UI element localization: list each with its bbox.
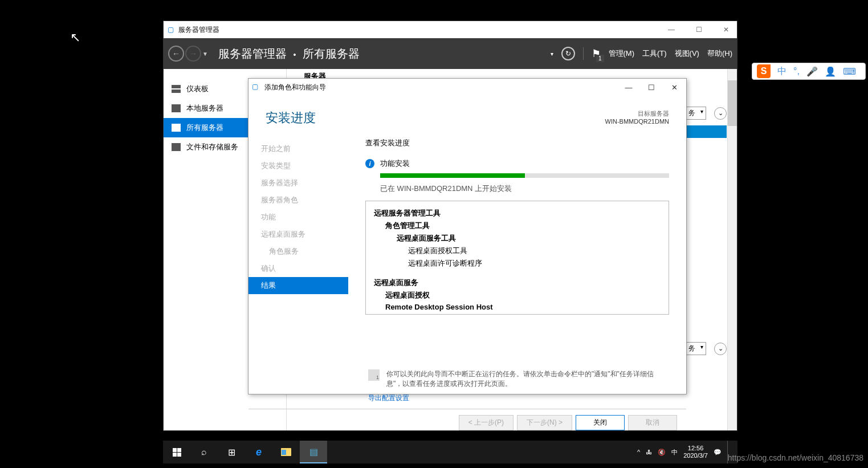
- next-button: 下一步(N) >: [517, 415, 572, 430]
- feature-item: 远程桌面许可诊断程序: [374, 257, 661, 270]
- tray-chevron-icon[interactable]: ^: [637, 449, 640, 455]
- notifications-button[interactable]: 💬: [714, 449, 722, 456]
- breadcrumb-part1[interactable]: 服务器管理器: [218, 47, 287, 60]
- step-server-roles: 服务器角色: [248, 192, 348, 209]
- feature-item: 角色管理工具: [374, 219, 661, 232]
- refresh-button[interactable]: ↻: [561, 47, 575, 60]
- sidebar-label: 仪表板: [186, 84, 209, 94]
- nav-dropdown-icon[interactable]: ▼: [202, 51, 208, 57]
- wizard-steps: 开始之前 安装类型 服务器选择 服务器角色 功能 远程桌面服务 角色服务 确认 …: [248, 138, 348, 360]
- tray-network-icon[interactable]: 🖧: [646, 449, 652, 455]
- dropdown-icon[interactable]: ▾: [551, 51, 553, 57]
- menu-help[interactable]: 帮助(H): [707, 48, 732, 59]
- install-label: 功能安装: [380, 158, 410, 169]
- watermark: https://blog.csdn.net/weixin_40816738: [728, 453, 863, 462]
- start-button[interactable]: [163, 441, 190, 463]
- maximize-button[interactable]: ☐: [643, 83, 660, 92]
- taskbar-app-explorer[interactable]: [272, 441, 300, 463]
- taskbar-clock[interactable]: 12:56 2020/3/7: [683, 445, 708, 459]
- progress-label: 查看安装进度: [365, 138, 669, 148]
- ie-icon: e: [256, 446, 262, 458]
- minimize-button[interactable]: —: [663, 26, 680, 34]
- progress-fill: [380, 173, 525, 178]
- server-manager-icon: ▤: [309, 446, 318, 457]
- progress-bar: [380, 173, 669, 178]
- tray-ime[interactable]: 中: [671, 448, 678, 457]
- wizard-icon: ▢: [252, 83, 261, 92]
- taskbar-app-ie[interactable]: e: [245, 441, 272, 463]
- feature-list: 远程服务器管理工具 角色管理工具 远程桌面服务工具 远程桌面授权工具 远程桌面许…: [365, 201, 669, 315]
- feature-item: Remote Desktop Session Host: [374, 302, 661, 312]
- filter-dropdown[interactable]: 务 ▾: [683, 107, 706, 120]
- search-icon: ⌕: [201, 447, 207, 457]
- feature-item: 远程桌面授权工具: [374, 245, 661, 257]
- folder-icon: [281, 448, 291, 456]
- forward-button[interactable]: →: [185, 46, 201, 62]
- ime-keyboard-icon[interactable]: ⌨: [843, 66, 856, 77]
- notification-badge: 1: [596, 55, 604, 62]
- hint-row: 你可以关闭此向导而不中断正在运行的任务。请依次单击命令栏中的"通知"和"任务详细…: [248, 360, 686, 391]
- search-button[interactable]: ⌕: [190, 441, 218, 463]
- ime-punct-icon[interactable]: °,: [793, 66, 800, 76]
- menu-view[interactable]: 视图(V): [675, 48, 699, 59]
- wizard-heading: 安装进度: [266, 109, 605, 127]
- wizard-footer: < 上一步(P) 下一步(N) > 关闭 取消: [248, 409, 686, 436]
- windows-icon: [173, 448, 181, 457]
- step-before-begin: 开始之前: [248, 140, 348, 157]
- clock-date: 2020/3/7: [683, 452, 708, 459]
- step-features: 功能: [248, 209, 348, 226]
- export-config-link[interactable]: 导出配置设置: [248, 391, 686, 403]
- ime-toolbar[interactable]: S 中 °, 🎤 👤 ⌨: [752, 63, 866, 80]
- app-icon: ▢: [166, 25, 175, 34]
- tray-volume-icon[interactable]: 🔇: [658, 449, 666, 456]
- taskbar-app-server-manager[interactable]: ▤: [300, 441, 327, 463]
- sidebar-label: 所有服务器: [186, 123, 223, 133]
- step-rds: 远程桌面服务: [248, 226, 348, 243]
- minimize-button[interactable]: —: [620, 83, 637, 92]
- breadcrumb-part2[interactable]: 所有服务器: [303, 47, 360, 60]
- feature-item: 远程服务器管理工具: [374, 207, 661, 219]
- ime-logo-icon[interactable]: S: [757, 64, 771, 78]
- scrollbar[interactable]: [727, 69, 737, 430]
- notifications-button[interactable]: ⚑1: [592, 47, 601, 60]
- expand-button[interactable]: ⌄: [714, 343, 727, 355]
- scrollbar-thumb[interactable]: [728, 80, 737, 126]
- feature-item: 远程桌面服务: [374, 276, 661, 289]
- cursor-icon: ↖: [70, 30, 80, 45]
- step-result: 结果: [248, 277, 348, 294]
- step-confirm: 确认: [248, 260, 348, 277]
- ime-skin-icon[interactable]: 👤: [825, 66, 836, 77]
- sidebar-label: 本地服务器: [186, 103, 223, 113]
- storage-icon: [172, 143, 181, 151]
- close-button[interactable]: ✕: [718, 26, 735, 34]
- add-roles-wizard-dialog: ▢ 添加角色和功能向导 — ☐ ✕ 安装进度 目标服务器 WIN-BMMDQR2…: [248, 78, 687, 394]
- target-name: WIN-BMMDQR21DMN: [605, 118, 669, 125]
- window-title: 服务器管理器: [178, 25, 663, 35]
- titlebar[interactable]: ▢ 服务器管理器 — ☐ ✕: [164, 21, 737, 38]
- status-text: 已在 WIN-BMMDQR21DMN 上开始安装: [380, 184, 669, 194]
- maximize-button[interactable]: ☐: [690, 26, 707, 34]
- chevron-down-icon: ▾: [700, 108, 703, 115]
- task-view-icon: ⊞: [228, 447, 235, 458]
- prev-button: < 上一步(P): [459, 415, 514, 430]
- feature-item: 远程桌面授权: [374, 289, 661, 302]
- filter-dropdown[interactable]: 务 ▾: [683, 342, 706, 355]
- cancel-button: 取消: [628, 415, 677, 430]
- dialog-title: 添加角色和功能向导: [264, 83, 620, 92]
- feature-item: 远程桌面服务工具: [374, 232, 661, 245]
- hint-icon: [368, 369, 380, 381]
- ime-mode[interactable]: 中: [777, 66, 787, 78]
- task-view-button[interactable]: ⊞: [218, 441, 245, 463]
- back-button[interactable]: ←: [168, 46, 184, 62]
- close-button[interactable]: ✕: [666, 83, 683, 92]
- menu-manage[interactable]: 管理(M): [609, 48, 635, 59]
- wizard-content: 查看安装进度 i 功能安装 已在 WIN-BMMDQR21DMN 上开始安装 远…: [348, 138, 686, 360]
- clock-time: 12:56: [683, 445, 708, 452]
- sidebar-label: 文件和存储服务: [186, 142, 238, 152]
- close-button[interactable]: 关闭: [576, 415, 625, 430]
- expand-button[interactable]: ⌄: [714, 107, 727, 120]
- dialog-titlebar[interactable]: ▢ 添加角色和功能向导 — ☐ ✕: [248, 79, 686, 96]
- menu-tools[interactable]: 工具(T): [642, 48, 667, 59]
- ime-voice-icon[interactable]: 🎤: [806, 66, 818, 77]
- info-icon: i: [365, 159, 374, 168]
